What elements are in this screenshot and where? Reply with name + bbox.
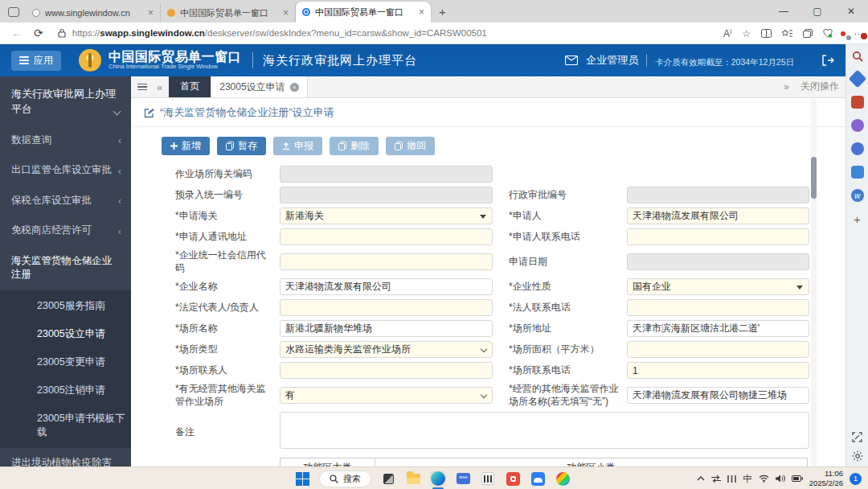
close-tab-icon[interactable]: × [148, 8, 154, 18]
games-people-icon[interactable] [851, 119, 864, 132]
red-app-button[interactable] [505, 471, 521, 487]
text-input[interactable] [627, 341, 809, 358]
sidebar-subitem[interactable]: 23005服务指南 [0, 292, 131, 320]
sidebar-item[interactable]: 免税商店经营许可‹ [0, 216, 131, 246]
ime-indicator[interactable]: 中 [743, 473, 752, 485]
text-input[interactable] [280, 278, 493, 295]
text-input[interactable] [280, 166, 493, 183]
add-button[interactable]: 新增 [162, 137, 210, 155]
user-role-label[interactable]: 企业管理员 [586, 53, 638, 68]
sidebar-item[interactable]: 数据查询‹ [0, 125, 131, 156]
sidebar-toggle-icon[interactable] [137, 82, 147, 92]
text-input[interactable] [627, 208, 809, 224]
sidebar-subitem[interactable]: 23005变更申请 [0, 348, 131, 376]
close-tab-icon[interactable]: × [283, 8, 289, 18]
sidebar-title[interactable]: 海关行政审批网上办理平台 [0, 76, 131, 125]
text-input[interactable] [627, 299, 809, 316]
logout-icon[interactable] [821, 55, 834, 66]
camera-icon[interactable] [851, 166, 864, 179]
add-sidebar-app-icon[interactable]: + [854, 212, 861, 226]
volume-icon[interactable] [776, 475, 785, 483]
tray-arrows-icon[interactable] [711, 475, 721, 483]
sidebar-subitem[interactable]: 23005申请书模板下载 [0, 405, 131, 446]
text-input[interactable] [280, 253, 493, 270]
refresh-icon[interactable]: ⟳ [34, 27, 43, 39]
app-w-icon[interactable]: w [851, 189, 864, 202]
withdraw-button[interactable]: 撤回 [386, 137, 435, 155]
scroll-tabs-right-icon[interactable]: » [784, 81, 789, 92]
cloud-drive-button[interactable] [530, 471, 546, 487]
select-input[interactable]: 新港海关 [280, 208, 493, 224]
gear-icon[interactable] [852, 450, 863, 462]
sidebar-subitem[interactable]: 23005设立申请 [0, 320, 131, 348]
content-scrollbar-track[interactable] [811, 99, 817, 466]
back-icon[interactable]: ← [11, 27, 23, 39]
tab-23005-application[interactable]: 23005设立申请 × [211, 76, 307, 97]
settings-more-icon[interactable]: ··· [854, 28, 863, 39]
text-input[interactable] [280, 228, 493, 245]
collections-icon[interactable] [803, 29, 813, 38]
text-input[interactable] [627, 228, 809, 245]
tab-activity-icon[interactable] [8, 7, 19, 17]
favorite-star-icon[interactable]: ☆ [742, 28, 751, 39]
wifi-icon[interactable] [759, 475, 769, 483]
task-view-button[interactable] [380, 471, 396, 487]
toolbox-icon[interactable] [851, 96, 864, 109]
sidebar-search-icon[interactable] [852, 51, 863, 62]
browser-essentials-icon[interactable] [823, 29, 833, 38]
browser-tab-2[interactable]: 中国国际贸易单一窗口 × [161, 3, 296, 23]
new-tab-button[interactable]: + [439, 5, 446, 18]
browser-tab-1[interactable]: www.singlewindow.cn × [26, 3, 161, 23]
url-text[interactable]: https://swapp.singlewindow.cn/deskserver… [72, 28, 487, 38]
favorites-bar-icon[interactable] [782, 29, 792, 38]
text-input[interactable] [280, 299, 493, 316]
minimize-button[interactable]: — [767, 0, 800, 23]
close-operations-menu[interactable]: 关闭操作 [800, 80, 839, 93]
sidebar-item[interactable]: 出口监管仓库设立审批‹ [0, 155, 131, 186]
browser-ball-app-button[interactable] [555, 471, 571, 487]
declare-button[interactable]: 申报 [273, 137, 322, 155]
text-input[interactable] [627, 320, 809, 337]
remark-textarea[interactable] [280, 412, 809, 449]
select-input[interactable]: 水路运输类海关监管作业场所 [280, 341, 493, 358]
sidebar-subitem[interactable]: 23005注销申请 [0, 376, 131, 405]
sidebar-item[interactable]: 保税仓库设立审批‹ [0, 186, 131, 216]
maximize-button[interactable]: ▢ [800, 0, 834, 23]
content-scrollbar-thumb[interactable] [811, 157, 817, 199]
save-draft-button[interactable]: 暂存 [217, 137, 266, 155]
read-aloud-icon[interactable]: A) [723, 28, 731, 39]
text-input[interactable] [280, 320, 493, 337]
screenshot-icon[interactable] [852, 432, 862, 442]
taskbar-clock[interactable]: 11:06 2025/2/26 [809, 469, 843, 488]
sidebar-item[interactable]: 海关监管货物仓储企业注册 [0, 246, 131, 290]
file-explorer-button[interactable] [405, 471, 421, 487]
taskbar-search[interactable]: 搜索 [319, 471, 371, 487]
close-tab-icon[interactable]: × [290, 83, 299, 92]
delete-button[interactable]: 删除 [330, 137, 379, 155]
notification-badge[interactable]: 1 [850, 473, 862, 485]
select-input[interactable]: 有 [280, 387, 493, 404]
text-input[interactable] [627, 362, 809, 379]
mail-icon[interactable] [565, 55, 578, 65]
text-input[interactable] [627, 187, 809, 203]
shopping-tag-icon[interactable] [848, 70, 866, 88]
edge-browser-button[interactable] [430, 471, 446, 487]
lock-icon[interactable] [58, 28, 66, 38]
sidebar-item[interactable]: 进出境动植物检疫除害处理单位核准‹ [0, 448, 131, 466]
apps-menu-button[interactable]: 应用 [11, 51, 61, 71]
close-window-button[interactable]: ✕ [834, 0, 868, 23]
text-input[interactable] [627, 387, 809, 404]
close-tab-icon[interactable]: × [419, 7, 424, 17]
text-input[interactable] [280, 362, 493, 379]
browser-tab-3-active[interactable]: 中国国际贸易单一窗口 × [296, 2, 431, 23]
select-input[interactable]: 国有企业 [627, 278, 809, 295]
notes-app-button[interactable] [480, 471, 496, 487]
tab-home[interactable]: 首页 [169, 76, 211, 97]
tools-sphere-icon[interactable] [851, 142, 864, 155]
tray-app-icon[interactable] [727, 475, 736, 483]
scroll-tabs-left-icon[interactable]: « [157, 81, 162, 93]
start-button[interactable] [294, 471, 310, 487]
battery-icon[interactable] [792, 475, 803, 482]
briefcase-app-button[interactable] [455, 471, 471, 487]
text-input[interactable] [627, 253, 809, 270]
